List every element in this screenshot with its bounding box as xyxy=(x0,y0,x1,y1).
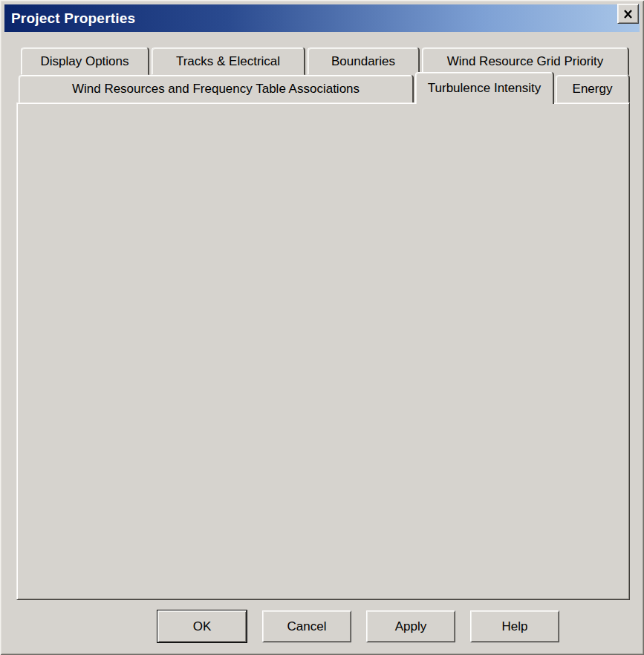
project-properties-dialog: Project Properties Display Options Track… xyxy=(0,0,644,655)
tab-energy[interactable]: Energy xyxy=(556,75,629,103)
ok-button[interactable]: OK xyxy=(157,610,247,642)
tab-label: Wind Resource Grid Priority xyxy=(447,54,604,69)
tab-label: Energy xyxy=(573,82,613,97)
tab-wind-resources-associations[interactable]: Wind Resources and Frequency Table Assoc… xyxy=(19,75,413,103)
close-icon xyxy=(623,10,633,19)
tab-turbulence-intensity[interactable]: Turbulence Intensity xyxy=(415,72,553,104)
tab-tracks-electrical[interactable]: Tracks & Electrical xyxy=(152,48,305,75)
window-title: Project Properties xyxy=(4,10,135,27)
tab-label: Tracks & Electrical xyxy=(176,54,280,69)
tab-boundaries[interactable]: Boundaries xyxy=(308,48,419,75)
title-bar[interactable]: Project Properties xyxy=(4,4,640,32)
help-button[interactable]: Help xyxy=(470,610,559,642)
tab-display-options[interactable]: Display Options xyxy=(21,48,149,75)
tab-wind-resource-grid-priority[interactable]: Wind Resource Grid Priority xyxy=(422,48,628,75)
cancel-button[interactable]: Cancel xyxy=(262,610,351,642)
tab-label: Wind Resources and Frequency Table Assoc… xyxy=(72,82,360,97)
tab-label: Turbulence Intensity xyxy=(428,81,541,96)
tab-label: Display Options xyxy=(40,54,129,69)
tab-label: Boundaries xyxy=(331,54,395,69)
tab-page-turbulence-intensity xyxy=(16,102,630,600)
apply-button[interactable]: Apply xyxy=(366,610,455,642)
close-button[interactable] xyxy=(617,4,639,24)
